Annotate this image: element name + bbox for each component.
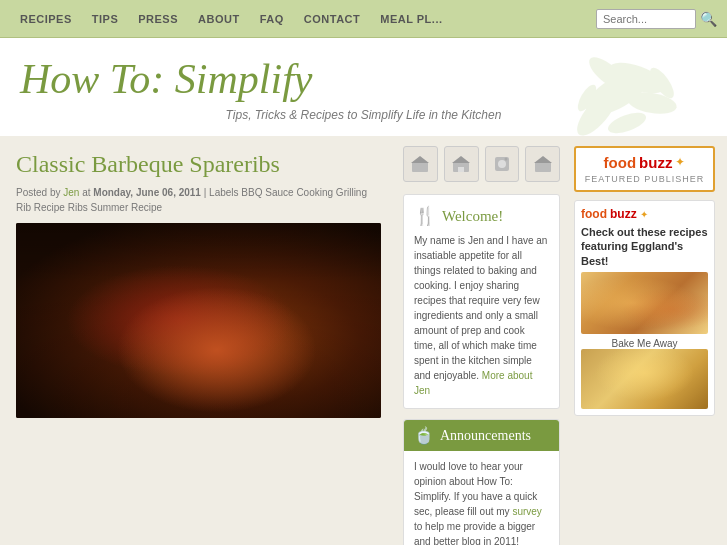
svg-marker-9 <box>411 156 429 163</box>
center-sidebar: 🍴 Welcome! My name is Jen and I have an … <box>395 136 570 545</box>
site-title: How To: Simplify <box>20 56 707 102</box>
announcements-icon: 🍵 <box>414 426 434 445</box>
nav-link-press[interactable]: PRESS <box>128 13 188 25</box>
welcome-icon: 🍴 <box>414 205 436 227</box>
post-column: Classic Barbeque Spareribs Posted by Jen… <box>0 136 395 545</box>
post-author-link[interactable]: Jen <box>63 187 79 198</box>
post-image-inner <box>16 223 381 418</box>
share-icons-bar <box>403 146 560 182</box>
svg-rect-8 <box>412 162 428 172</box>
search-button[interactable]: 🔍 <box>700 11 717 27</box>
site-header: How To: Simplify Tips, Tricks & Recipes … <box>0 38 727 136</box>
foodbuzz-logo-text: food <box>604 154 636 171</box>
share-icon-1[interactable] <box>403 146 438 182</box>
nav-links: RECIPES TIPS PRESS ABOUT FAQ CONTACT MEA… <box>10 13 596 25</box>
svg-point-14 <box>498 160 506 168</box>
foodbuzz-ad-star: ✦ <box>640 209 648 220</box>
nav-link-mealpl[interactable]: MEAL PL... <box>370 13 452 25</box>
foodbuzz-ad-logo: food buzz ✦ <box>581 207 708 221</box>
post-image <box>16 223 381 418</box>
svg-rect-12 <box>458 167 464 172</box>
nav-link-contact[interactable]: CONTACT <box>294 13 370 25</box>
foodbuzz-logo: food buzz ✦ <box>582 154 707 171</box>
nav-link-tips[interactable]: TIPS <box>82 13 128 25</box>
nav-link-recipes[interactable]: RECIPES <box>10 13 82 25</box>
main-content: Classic Barbeque Spareribs Posted by Jen… <box>0 136 727 545</box>
at-label: at <box>82 187 93 198</box>
search-area: 🔍 <box>596 9 717 29</box>
foodbuzz-ad-caption: Bake Me Away <box>581 338 708 349</box>
foodbuzz-buzz-text: buzz <box>639 154 672 171</box>
foodbuzz-featured-label: FEATURED PUBLISHER <box>582 174 707 184</box>
more-about-link[interactable]: More about Jen <box>414 370 532 396</box>
svg-marker-11 <box>452 156 470 163</box>
welcome-header: 🍴 Welcome! <box>414 205 549 227</box>
share-icon-2[interactable] <box>444 146 479 182</box>
top-navigation: RECIPES TIPS PRESS ABOUT FAQ CONTACT MEA… <box>0 0 727 38</box>
foodbuzz-star: ✦ <box>675 155 685 170</box>
share-icon-4[interactable] <box>525 146 560 182</box>
welcome-box: 🍴 Welcome! My name is Jen and I have an … <box>403 194 560 409</box>
foodbuzz-ad-logo-text: food <box>581 207 607 221</box>
announcements-text: I would love to hear your opinion about … <box>414 459 549 545</box>
foodbuzz-ad[interactable]: food buzz ✦ Check out these recipes feat… <box>574 200 715 416</box>
welcome-title: Welcome! <box>442 208 503 225</box>
foodbuzz-ad-buzz-text: buzz <box>610 207 637 221</box>
nav-link-faq[interactable]: FAQ <box>250 13 294 25</box>
site-subtitle: Tips, Tricks & Recipes to Simplify Life … <box>20 108 707 122</box>
posted-by-label: Posted by <box>16 187 63 198</box>
survey-link[interactable]: survey <box>512 506 541 517</box>
post-meta: Posted by Jen at Monday, June 06, 2011 |… <box>16 185 381 215</box>
labels-label: Labels <box>209 187 241 198</box>
svg-point-15 <box>504 158 507 161</box>
foodbuzz-ad-image-2 <box>581 349 708 409</box>
right-sidebar: food buzz ✦ FEATURED PUBLISHER food buzz… <box>570 136 725 545</box>
foodbuzz-ad-title: Check out these recipes featuring Egglan… <box>581 225 708 268</box>
share-icon-3[interactable] <box>485 146 520 182</box>
search-input[interactable] <box>596 9 696 29</box>
announcements-title: Announcements <box>440 428 531 444</box>
welcome-text: My name is Jen and I have an insatiable … <box>414 233 549 398</box>
foodbuzz-featured-badge[interactable]: food buzz ✦ FEATURED PUBLISHER <box>574 146 715 192</box>
post-title: Classic Barbeque Spareribs <box>16 150 381 179</box>
announcements-header: 🍵 Announcements <box>404 420 559 451</box>
svg-marker-17 <box>534 156 552 163</box>
foodbuzz-ad-image-1 <box>581 272 708 334</box>
post-date: Monday, June 06, 2011 <box>93 187 201 198</box>
announcements-box: 🍵 Announcements I would love to hear you… <box>403 419 560 545</box>
nav-link-about[interactable]: ABOUT <box>188 13 250 25</box>
svg-rect-16 <box>535 162 551 172</box>
